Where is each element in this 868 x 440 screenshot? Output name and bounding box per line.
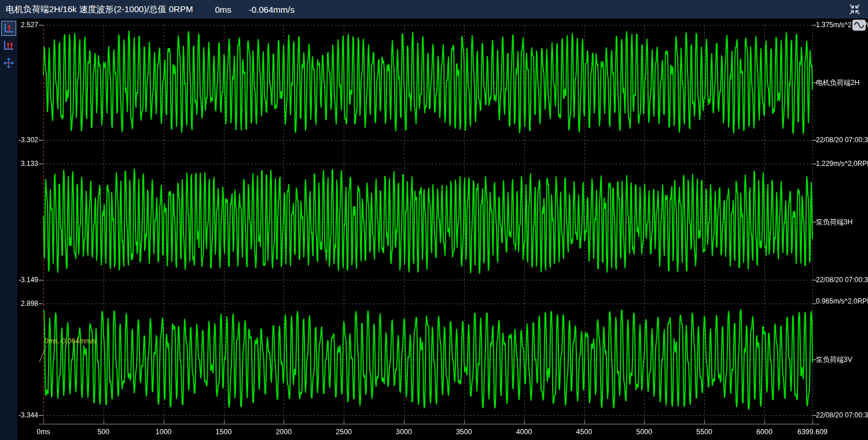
overall-value-2: 1.229m/s^2,0RPM [816, 159, 868, 168]
channel-name-2: 泵负荷端3H [816, 217, 852, 227]
waveform-canvas[interactable] [17, 19, 868, 440]
title-bar: 电机负荷端2H/16k 速度波形(2-1000)/总值 0RPM 0ms -0.… [0, 0, 868, 19]
harmonic-cursor-tool[interactable] [1, 38, 16, 53]
pan-tool[interactable] [1, 56, 16, 71]
cursor-value-readout: -0.064mm/s [249, 5, 295, 14]
y-min-label-2: -3.149 [8, 275, 38, 284]
y-min-label-1: -3.302 [8, 135, 38, 145]
waveform-plot-area: 2.527 -3.302 3.133 -3.149 2.898 -3.344 1… [17, 19, 868, 440]
window-title: 电机负荷端2H/16k 速度波形(2-1000)/总值 0RPM [6, 4, 193, 15]
x-tick-label: 4000 [516, 427, 532, 437]
x-tick-label: 2000 [275, 427, 292, 437]
timestamp-1: 22/08/20 07:00:32 [816, 135, 868, 145]
collapse-icon[interactable] [847, 2, 862, 16]
x-tick-label: 1500 [216, 427, 232, 437]
x-tick-label: 5500 [696, 427, 712, 437]
pan-icon [3, 57, 14, 69]
cursor-callout: 0ms,-0.064mm/s [45, 337, 96, 345]
x-tick-label: 4500 [576, 427, 593, 437]
channel-name-3: 泵负荷端3V [816, 355, 852, 364]
x-tick-label: 1000 [156, 427, 172, 437]
overall-value-3: 0.965m/s^2,0RPM [816, 297, 868, 306]
harmonic-cursor-icon [3, 40, 14, 51]
y-max-label-1: 2.527 [8, 20, 38, 29]
x-tick-label: 2500 [336, 427, 352, 437]
y-max-label-3: 2.898 [8, 299, 38, 308]
timestamp-3: 22/08/20 07:00:32 [816, 411, 868, 420]
sine-wave-icon [854, 21, 865, 29]
channel-name-1: 电机负荷端2H [816, 78, 859, 87]
x-tick-label: 3500 [456, 427, 472, 437]
x-tick-label: 6399.609 [797, 427, 827, 437]
y-min-label-3: -3.344 [8, 411, 38, 420]
x-tick-label: 3000 [396, 427, 412, 437]
tool-sidebar [0, 19, 17, 440]
x-tick-label: 500 [97, 427, 109, 437]
x-tick-label: 6000 [756, 427, 773, 437]
timestamp-2: 22/08/20 07:00:32 [816, 275, 868, 284]
x-tick-label: 0ms [36, 427, 50, 437]
cursor-time-readout: 0ms [215, 5, 231, 14]
x-tick-label: 5000 [636, 427, 652, 437]
waveform-type-button[interactable] [852, 20, 866, 31]
y-max-label-2: 3.133 [8, 159, 38, 168]
